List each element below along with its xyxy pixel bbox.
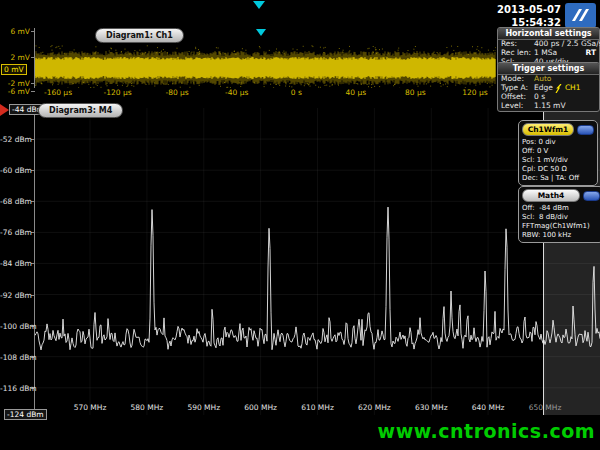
trigger-settings-title[interactable]: Trigger settings	[498, 63, 599, 75]
trigger-level-label: Level:	[501, 102, 534, 111]
d3-x-axis-label: 570 MHz	[74, 403, 107, 412]
trigger-settings-panel: Trigger settings Mode: Auto Type A: Edge…	[497, 62, 600, 112]
d1-y-axis-label: 2 mV	[0, 53, 30, 62]
d3-x-axis-label-gray: 650 MHz	[529, 403, 562, 412]
axis-tick	[31, 91, 35, 92]
d3-y-axis-label: -60 dBm	[0, 166, 30, 175]
tab-diagram3[interactable]: Diagram3: M4	[38, 103, 123, 118]
reference-arrow-icon[interactable]	[0, 104, 9, 116]
d3-min-level-label: -124 dBm	[4, 409, 47, 420]
math4-signal-badge[interactable]: Math4	[522, 189, 580, 202]
spectrum-plot[interactable]	[35, 108, 600, 420]
date-label: 2013-05-07	[497, 3, 561, 16]
axis-tick	[31, 57, 35, 58]
d3-y-axis-label: -108 dBm	[0, 352, 30, 361]
tab-diagram1[interactable]: Diagram1: Ch1	[95, 28, 184, 43]
d3-y-axis-label: -68 dBm	[0, 197, 30, 206]
math4-panel: Math4 Off: -84 dBm Scl: 8 dB/div FFTmag(…	[518, 186, 600, 243]
d3-y-axis-label: -52 dBm	[0, 135, 30, 144]
d3-y-axis-label: -84 dBm	[0, 259, 30, 268]
ch1wfm1-minimize-button[interactable]	[577, 125, 594, 135]
trigger-slope-icon	[555, 84, 563, 93]
ch1wfm1-signal-badge[interactable]: Ch1Wfm1	[522, 123, 574, 136]
d3-x-axis-label: 640 MHz	[472, 403, 505, 412]
d3-y-axis-label: -92 dBm	[0, 290, 30, 299]
d3-y-axis-label: -100 dBm	[0, 321, 30, 330]
axis-tick	[31, 83, 35, 84]
datetime-display: 2013-05-07 15:54:32	[497, 3, 561, 29]
ch1-cpl-row: Cpl: DC 50 Ω	[522, 165, 594, 174]
math4-off-row: Off: -84 dBm	[522, 204, 600, 213]
d1-x-axis-label: -80 µs	[165, 88, 188, 97]
rt-badge: RT	[585, 49, 596, 58]
d1-x-axis-label: 120 µs	[462, 88, 487, 97]
d3-y-axis-label: -76 dBm	[0, 228, 30, 237]
d1-x-axis-label: 0 s	[291, 88, 302, 97]
d3-x-axis-label: 600 MHz	[244, 403, 277, 412]
d1-y-axis-label: -6 mV	[0, 87, 30, 96]
ch1-pos-row: Pos: 0 div	[522, 138, 594, 147]
trigger-position-icon-top[interactable]	[253, 1, 265, 9]
math4-fft-row: FFTmag(Ch1Wfm1)	[522, 222, 600, 231]
d3-x-axis-label: 630 MHz	[415, 403, 448, 412]
d1-x-axis-label: -120 µs	[104, 88, 132, 97]
trigger-level-value: 1.15 mV	[534, 102, 596, 111]
d1-y-axis-label: 6 mV	[0, 27, 30, 36]
ch1-offset-marker[interactable]: 0 mV	[1, 64, 27, 75]
d1-x-axis-label: -40 µs	[225, 88, 248, 97]
d3-y-axis	[34, 108, 35, 415]
d1-x-axis-label: 80 µs	[405, 88, 426, 97]
d3-y-axis-label: -116 dBm	[0, 383, 30, 392]
d1-x-axis-label: 40 µs	[346, 88, 367, 97]
d3-x-axis-label: 620 MHz	[358, 403, 391, 412]
rs-logo-icon	[565, 3, 596, 28]
d3-x-axis-label: 610 MHz	[301, 403, 334, 412]
ch1-dec-row: Dec: Sa | TA: Off	[522, 174, 594, 183]
math4-rbw-row: RBW: 100 kHz	[522, 231, 600, 240]
trigger-level-row: Level: 1.15 mV	[498, 102, 599, 111]
ch1wfm1-panel: Ch1Wfm1 Pos: 0 div Off: 0 V Scl: 1 mV/di…	[518, 120, 598, 186]
trigger-source-value: CH1	[565, 84, 581, 93]
watermark-text: www.cntronics.com	[378, 420, 595, 442]
horizontal-settings-title[interactable]: Horizontal settings	[498, 28, 599, 40]
math4-scl-row: Scl: 8 dB/div	[522, 213, 600, 222]
ch1-scl-row: Scl: 1 mV/div	[522, 156, 594, 165]
oscilloscope-screen: 2013-05-07 15:54:32 Diagram1: Ch1 0 mV H…	[0, 0, 600, 450]
math4-minimize-button[interactable]	[583, 191, 600, 201]
axis-tick	[31, 31, 35, 32]
d3-x-axis-label: 590 MHz	[187, 403, 220, 412]
ch1-off-row: Off: 0 V	[522, 147, 594, 156]
d1-x-axis-label: -160 µs	[44, 88, 72, 97]
d3-x-axis-label: 580 MHz	[131, 403, 164, 412]
d1-y-axis	[34, 28, 35, 88]
